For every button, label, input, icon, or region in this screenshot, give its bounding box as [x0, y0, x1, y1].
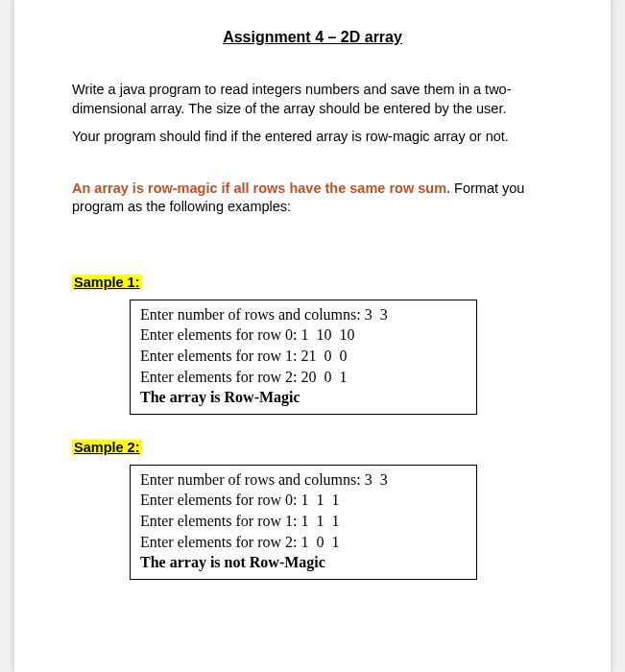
code-line: Enter elements for row 0: 1 1 1 [140, 490, 467, 511]
code-line: Enter elements for row 1: 1 1 1 [140, 511, 467, 532]
code-line: Enter elements for row 2: 20 0 1 [140, 367, 467, 388]
code-line: Enter number of rows and columns: 3 3 [140, 469, 467, 491]
code-line: Enter elements for row 2: 1 0 1 [140, 532, 467, 553]
document-page: Assignment 4 – 2D array Write a java pro… [13, 0, 612, 672]
instruction-paragraph-1: Write a java program to read integers nu… [72, 81, 553, 118]
sample-label-1: Sample 1: [72, 275, 142, 290]
sample-label-2: Sample 2: [72, 440, 142, 455]
instruction-paragraph-2: Your program should find if the entered … [72, 128, 553, 147]
code-result: The array is not Row-Magic [140, 552, 467, 573]
definition-highlight: An array is row-magic if all rows have t… [72, 180, 450, 196]
sample-block-1: Sample 1: Enter number of rows and colum… [72, 275, 553, 415]
sample-block-2: Sample 2: Enter number of rows and colum… [72, 440, 553, 580]
code-box-2: Enter number of rows and columns: 3 3 En… [130, 465, 477, 580]
definition-paragraph: An array is row-magic if all rows have t… [72, 180, 553, 217]
code-line: Enter elements for row 0: 1 10 10 [140, 324, 467, 346]
code-line: Enter elements for row 1: 21 0 0 [140, 346, 467, 367]
code-box-1: Enter number of rows and columns: 3 3 En… [130, 300, 477, 415]
code-result: The array is Row-Magic [140, 387, 467, 408]
code-line: Enter number of rows and columns: 3 3 [140, 304, 467, 325]
page-title: Assignment 4 – 2D array [72, 29, 553, 46]
